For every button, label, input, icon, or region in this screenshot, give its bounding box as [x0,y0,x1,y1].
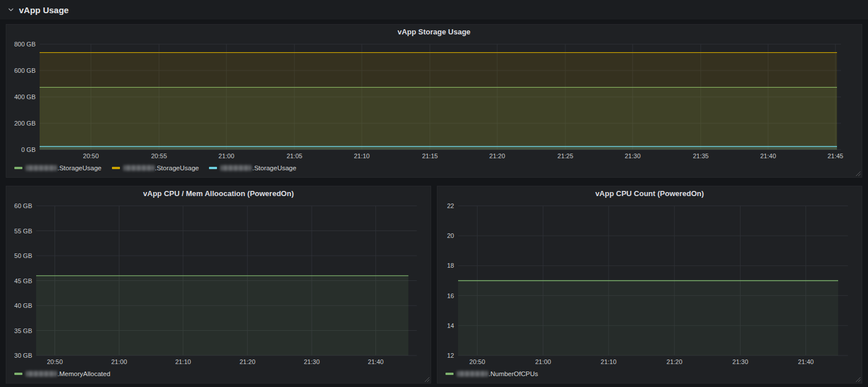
legend-item[interactable]: .NumberOfCPUs [445,370,538,377]
svg-text:21:40: 21:40 [798,358,814,365]
svg-text:20:50: 20:50 [83,153,99,159]
row-title: vApp Usage [19,5,69,15]
svg-text:21:20: 21:20 [666,358,683,365]
svg-text:60 GB: 60 GB [14,202,32,209]
svg-text:20: 20 [447,232,454,239]
svg-text:21:25: 21:25 [557,153,574,159]
storage-usage-chart[interactable]: 20:5020:5521:0021:0521:1021:1521:2021:25… [6,40,862,162]
svg-text:35 GB: 35 GB [14,327,32,334]
svg-text:21:20: 21:20 [239,358,255,365]
cpu-mem-allocation-chart[interactable]: 20:5021:0021:1021:2021:3021:4030 GB35 GB… [6,201,431,368]
svg-text:16: 16 [447,292,454,299]
svg-text:800 GB: 800 GB [14,41,36,48]
legend-series-label: .NumberOfCPUs [489,370,538,377]
svg-text:21:05: 21:05 [286,153,303,159]
chart-canvas[interactable]: 20:5020:5521:0021:0521:1021:1521:2021:25… [6,40,862,162]
legend-item[interactable]: .StorageUsage [14,165,102,171]
svg-text:200 GB: 200 GB [14,120,36,127]
cpu-count-legend: .NumberOfCPUs [437,368,862,383]
svg-text:21:00: 21:00 [219,153,235,159]
svg-text:20:50: 20:50 [470,358,486,365]
svg-text:21:45: 21:45 [827,153,843,159]
redacted-series-name-prefix [457,371,488,377]
svg-text:14: 14 [447,322,454,329]
svg-text:50 GB: 50 GB [14,252,32,259]
chevron-down-icon [7,6,15,14]
svg-text:22: 22 [447,202,454,209]
legend-series-swatch-icon [445,373,454,375]
panel-cpu-mem-allocation: vApp CPU / Mem Alloocation (PoweredOn) 2… [6,186,431,384]
chart-canvas[interactable]: 20:5021:0021:1021:2021:3021:4030 GB35 GB… [6,201,431,368]
legend-series-swatch-icon [14,373,22,375]
svg-text:21:30: 21:30 [304,358,320,365]
svg-text:20:55: 20:55 [151,153,167,159]
legend-series-label: .StorageUsage [252,165,296,171]
panels-container: vApp Storage Usage 20:5020:5521:0021:052… [0,19,868,384]
cpu-mem-allocation-legend: .MemoryAllocated [6,368,431,383]
svg-text:600 GB: 600 GB [14,67,36,74]
panel-vapp-storage-usage: vApp Storage Usage 20:5020:5521:0021:052… [6,24,862,178]
svg-text:40 GB: 40 GB [14,302,32,309]
cpu-count-chart[interactable]: 20:5021:0021:1021:2021:3021:401214161820… [437,201,862,368]
svg-text:45 GB: 45 GB [14,277,32,284]
panel-cpu-count: vApp CPU Count (PoweredOn) 20:5021:0021:… [437,186,862,384]
panel-title-cpu-mem-allocation[interactable]: vApp CPU / Mem Alloocation (PoweredOn) [6,186,431,201]
legend-item[interactable]: .StorageUsage [112,165,199,171]
legend-item[interactable]: .StorageUsage [209,165,296,171]
redacted-series-name-prefix [26,371,57,377]
svg-text:21:30: 21:30 [733,358,749,365]
redacted-series-name-prefix [26,165,57,171]
svg-text:21:10: 21:10 [354,153,370,159]
panel-title-cpu-count[interactable]: vApp CPU Count (PoweredOn) [437,186,862,201]
legend-item[interactable]: .MemoryAllocated [14,370,110,377]
legend-series-label: .StorageUsage [57,165,102,171]
svg-text:30 GB: 30 GB [14,352,32,359]
svg-text:21:10: 21:10 [600,358,617,365]
legend-series-label: .StorageUsage [155,165,199,171]
legend-series-swatch-icon [112,167,120,169]
svg-text:55 GB: 55 GB [14,228,32,234]
svg-text:21:20: 21:20 [489,153,505,159]
svg-text:21:40: 21:40 [760,153,776,159]
legend-series-label: .MemoryAllocated [57,370,110,377]
chart-canvas[interactable]: 20:5021:0021:1021:2021:3021:401214161820… [437,201,862,368]
storage-usage-legend: .StorageUsage.StorageUsage.StorageUsage [6,162,862,177]
svg-text:21:00: 21:00 [535,358,551,365]
legend-series-swatch-icon [209,167,217,169]
redacted-series-name-prefix [220,165,251,171]
bottom-panel-row: vApp CPU / Mem Alloocation (PoweredOn) 2… [6,186,862,384]
svg-text:21:15: 21:15 [422,153,438,159]
svg-text:400 GB: 400 GB [14,93,36,100]
svg-text:0 GB: 0 GB [21,146,36,153]
dashboard-row-header[interactable]: vApp Usage [0,0,868,19]
svg-text:21:40: 21:40 [368,358,384,365]
svg-text:12: 12 [447,352,454,359]
svg-text:18: 18 [447,262,454,269]
svg-text:20:50: 20:50 [47,358,63,365]
legend-series-swatch-icon [14,167,22,169]
redacted-series-name-prefix [123,165,154,171]
panel-title-storage-usage[interactable]: vApp Storage Usage [6,25,862,40]
svg-text:21:30: 21:30 [625,153,641,159]
svg-text:21:10: 21:10 [175,358,191,365]
svg-text:21:35: 21:35 [693,153,709,159]
svg-text:21:00: 21:00 [111,358,127,365]
